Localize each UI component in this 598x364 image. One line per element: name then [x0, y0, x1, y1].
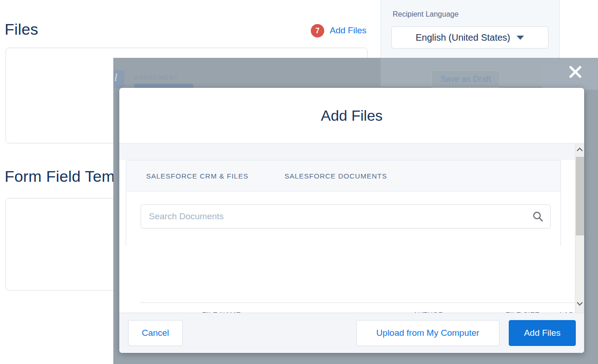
- agreement-record-type-label: AGREEMENT: [134, 74, 179, 81]
- recipient-language-value: English (United States): [416, 32, 511, 43]
- chevron-down-icon: [517, 36, 524, 40]
- add-files-submit-button[interactable]: Add Files: [509, 320, 576, 346]
- tab-salesforce-crm-files[interactable]: SALESFORCE CRM & FILES: [146, 172, 248, 180]
- modal-title: Add Files: [119, 107, 584, 124]
- page: Files 7 Add Files Recipient Language Eng…: [0, 0, 598, 364]
- save-as-draft-button-ghost: Save as Draft: [432, 70, 500, 88]
- agreement-record-icon: l: [113, 70, 124, 88]
- scroll-down-icon[interactable]: [577, 300, 583, 306]
- modal-body: SALESFORCE CRM & FILES SALESFORCE DOCUME…: [119, 143, 584, 313]
- body-top-strip: [119, 144, 575, 160]
- clipped-record-title: [134, 84, 193, 88]
- scroll-up-icon[interactable]: [577, 148, 583, 154]
- modal-header: Add Files: [119, 88, 584, 143]
- add-files-link[interactable]: Add Files: [330, 25, 366, 36]
- close-icon[interactable]: [567, 64, 583, 80]
- source-card: SALESFORCE CRM & FILES SALESFORCE DOCUME…: [126, 160, 561, 246]
- cancel-button[interactable]: Cancel: [128, 320, 183, 346]
- recipient-language-select[interactable]: English (United States): [391, 26, 549, 49]
- add-files-count-badge: 7: [311, 24, 324, 37]
- tab-salesforce-documents[interactable]: SALESFORCE DOCUMENTS: [284, 172, 387, 180]
- source-tabbar: SALESFORCE CRM & FILES SALESFORCE DOCUME…: [126, 160, 561, 191]
- form-field-templates-title: Form Field Tem: [5, 167, 114, 189]
- table-header-row: FILE NAME AUTHOR FILE SIZE LAS: [140, 302, 575, 313]
- recipient-language-label: Recipient Language: [393, 10, 458, 19]
- upload-from-computer-button[interactable]: Upload from My Computer: [356, 320, 499, 346]
- files-table: FILE NAME AUTHOR FILE SIZE LAS PDF Glo: [140, 302, 575, 313]
- scrollbar-track[interactable]: [575, 144, 584, 313]
- scrollbar-thumb[interactable]: [576, 157, 584, 235]
- modal-footer: Cancel Upload from My Computer Add Files: [119, 313, 584, 353]
- add-files-modal: Add Files SALESFORCE CRM & FILES SALESFO…: [119, 88, 584, 353]
- search-input[interactable]: [141, 204, 551, 228]
- search-icon[interactable]: [532, 211, 543, 222]
- files-section-title: Files: [5, 20, 38, 38]
